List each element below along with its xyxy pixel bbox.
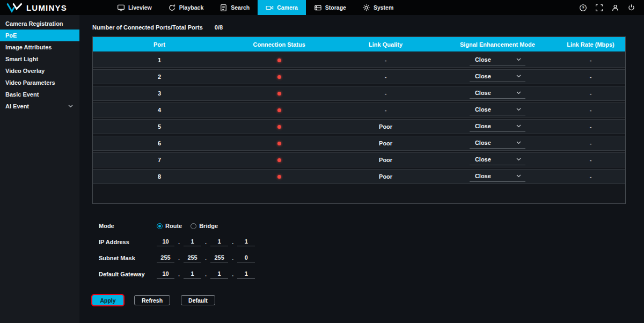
signal-mode-cell: Close xyxy=(439,155,556,165)
apply-button[interactable]: Apply xyxy=(92,295,123,305)
refresh-button[interactable]: Refresh xyxy=(134,295,170,305)
default-gateway-octet-4[interactable]: 1 xyxy=(237,270,255,278)
ip-address-octet-2[interactable]: 1 xyxy=(184,238,201,246)
nav-item-system[interactable]: System xyxy=(354,0,401,15)
sidebar-item-label: Camera Registration xyxy=(5,20,63,27)
nav-label: System xyxy=(374,4,393,11)
ip-fields: IP Address10.1.1.1Subnet Mask255.255.255… xyxy=(92,234,626,282)
connection-status-dot xyxy=(277,175,281,179)
link-quality-value: Poor xyxy=(332,123,438,130)
nav-item-camera[interactable]: Camera xyxy=(258,0,306,15)
ip-address-inputs: 10.1.1.1 xyxy=(157,238,255,246)
signal-enhancement-select[interactable]: Close xyxy=(470,155,525,165)
column-header-link-quality: Link Quality xyxy=(332,41,438,48)
connection-status-cell xyxy=(226,125,332,129)
link-quality-value: - xyxy=(332,107,438,113)
playback-icon xyxy=(168,4,176,12)
screen-capture-icon[interactable] xyxy=(595,4,603,12)
sidebar-item-poe[interactable]: PoE xyxy=(0,30,79,41)
subnet-mask-octet-1[interactable]: 255 xyxy=(157,254,174,262)
ip-address-octet-4[interactable]: 1 xyxy=(237,238,255,246)
signal-enhancement-select[interactable]: Close xyxy=(470,105,525,115)
sidebar-item-video-overlay[interactable]: Video Overlay xyxy=(0,65,79,77)
radio-button xyxy=(191,223,196,229)
signal-enhancement-select[interactable]: Close xyxy=(470,71,525,82)
signal-mode-cell: Close xyxy=(439,105,556,115)
nav-item-storage[interactable]: Storage xyxy=(306,0,354,15)
subnet-mask-octet-2[interactable]: 255 xyxy=(184,254,201,262)
subnet-mask-octet-3[interactable]: 255 xyxy=(210,254,228,262)
help-icon[interactable]: ? xyxy=(579,4,587,12)
link-quality-value: - xyxy=(332,74,438,80)
sidebar-item-ai-event[interactable]: AI Event xyxy=(0,100,79,112)
port-number: 4 xyxy=(93,107,226,113)
port-number: 8 xyxy=(93,173,226,180)
sidebar-item-label: PoE xyxy=(5,32,17,39)
signal-mode-cell: Close xyxy=(439,171,556,182)
dot-separator: . xyxy=(205,255,207,262)
signal-enhancement-select[interactable]: Close xyxy=(470,138,525,149)
dot-separator: . xyxy=(232,239,233,246)
sidebar-item-label: AI Event xyxy=(5,103,29,109)
connection-status-dot xyxy=(277,158,281,162)
default-button[interactable]: Default xyxy=(181,295,215,305)
nav-item-search[interactable]: Search xyxy=(211,0,258,15)
subnet-mask-inputs: 255.255.255.0 xyxy=(157,254,255,262)
top-right-icons: ? xyxy=(579,0,644,15)
poe-port-table: PortConnection StatusLink QualitySignal … xyxy=(92,36,626,204)
main-nav: Liveview Playback Search Camera Storage xyxy=(109,0,401,15)
default-gateway-inputs: 10.1.1.1 xyxy=(157,270,255,278)
dot-separator: . xyxy=(178,271,180,278)
default-gateway-octet-3[interactable]: 1 xyxy=(210,270,228,278)
port-row: 2-Close- xyxy=(93,69,625,84)
signal-enhancement-select[interactable]: Close xyxy=(470,171,525,182)
radio-bridge[interactable]: Bridge xyxy=(191,223,218,229)
select-value: Close xyxy=(475,156,491,163)
subnet-mask-row: Subnet Mask255.255.255.0 xyxy=(92,250,626,266)
link-rate-value: - xyxy=(556,157,625,163)
subnet-mask-octet-4[interactable]: 0 xyxy=(237,254,255,262)
sidebar-item-video-parameters[interactable]: Video Parameters xyxy=(0,77,79,89)
connection-status-cell xyxy=(226,92,332,96)
top-navigation-bar: LUMINYS Liveview Playback Search Camera xyxy=(0,0,644,15)
signal-mode-cell: Close xyxy=(439,138,556,149)
signal-enhancement-select[interactable]: Close xyxy=(470,55,525,65)
select-value: Close xyxy=(475,173,491,179)
dot-separator: . xyxy=(205,239,207,246)
sidebar-item-smart-light[interactable]: Smart Light xyxy=(0,53,79,65)
signal-enhancement-select[interactable]: Close xyxy=(470,121,525,132)
link-rate-value: - xyxy=(556,123,625,130)
sidebar-item-basic-event[interactable]: Basic Event xyxy=(0,89,79,100)
signal-enhancement-select[interactable]: Close xyxy=(470,88,525,99)
ip-address-label: IP Address xyxy=(92,239,157,245)
luminys-logo-icon xyxy=(6,3,23,13)
default-gateway-row: Default Gateway10.1.1.1 xyxy=(92,266,626,282)
default-gateway-octet-2[interactable]: 1 xyxy=(184,270,201,278)
connection-status-cell xyxy=(226,158,332,162)
dot-separator: . xyxy=(232,271,233,278)
column-header-connection-status: Connection Status xyxy=(226,41,332,48)
chevron-down-icon xyxy=(516,124,521,128)
user-icon[interactable] xyxy=(611,4,619,12)
select-value: Close xyxy=(475,56,491,63)
power-icon[interactable] xyxy=(627,4,635,12)
chevron-down-icon xyxy=(516,58,521,61)
sidebar-item-image-attributes[interactable]: Image Attributes xyxy=(0,41,79,53)
sidebar-item-label: Basic Event xyxy=(5,91,39,98)
ip-address-octet-1[interactable]: 10 xyxy=(157,238,174,246)
nav-label: Playback xyxy=(179,4,204,11)
chevron-down-icon xyxy=(68,105,73,108)
radio-route[interactable]: Route xyxy=(157,223,182,229)
default-gateway-octet-1[interactable]: 10 xyxy=(157,270,174,278)
sidebar-item-camera-registration[interactable]: Camera Registration xyxy=(0,18,79,30)
connection-status-dot xyxy=(277,142,281,145)
connection-status-dot xyxy=(277,108,281,112)
nav-label: Storage xyxy=(325,4,346,11)
svg-text:?: ? xyxy=(582,5,584,10)
nav-item-playback[interactable]: Playback xyxy=(160,0,212,15)
connected-ports-summary: Number of Connected Ports/Total Ports 0/… xyxy=(92,24,626,31)
ip-address-octet-3[interactable]: 1 xyxy=(210,238,228,246)
nav-item-liveview[interactable]: Liveview xyxy=(109,0,160,15)
link-quality-value: Poor xyxy=(332,157,438,163)
dot-separator: . xyxy=(178,255,180,262)
